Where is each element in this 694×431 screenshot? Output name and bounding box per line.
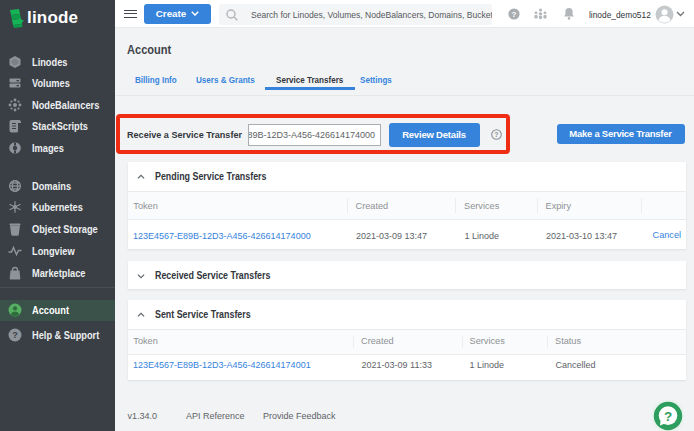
svg-text:?: ? xyxy=(12,330,18,340)
svg-text:?: ? xyxy=(664,408,672,423)
svg-text:?: ? xyxy=(512,9,517,18)
svg-text:?: ? xyxy=(494,131,498,138)
